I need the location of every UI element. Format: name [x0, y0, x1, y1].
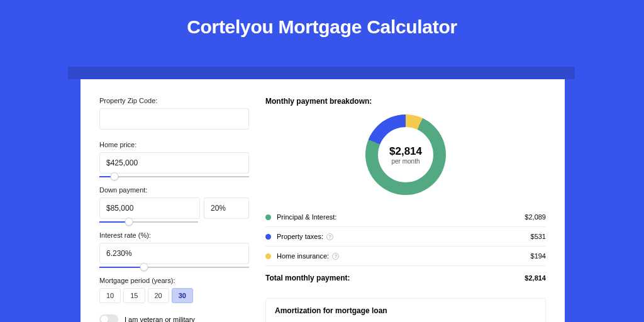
donut-center-value: $2,814: [389, 145, 422, 158]
zip-group: Property Zip Code:: [99, 97, 249, 132]
period-option-10[interactable]: 10: [99, 288, 121, 303]
legend: Principal & Interest: $2,089 Property ta…: [265, 208, 546, 288]
legend-row-total: Total monthly payment: $2,814: [265, 266, 546, 288]
down-payment-group: Down payment:: [99, 186, 249, 223]
down-payment-slider-thumb[interactable]: [125, 218, 133, 226]
legend-value-principal: $2,089: [525, 213, 546, 221]
legend-dot-green-icon: [265, 214, 271, 220]
period-option-20[interactable]: 20: [148, 288, 169, 303]
period-group: Mortgage period (years): 10 15 20 30: [99, 277, 249, 303]
down-payment-slider[interactable]: [99, 221, 198, 223]
interest-group: Interest rate (%):: [99, 231, 249, 268]
legend-dot-yellow-icon: [265, 253, 271, 259]
down-payment-input[interactable]: [99, 197, 200, 219]
home-price-group: Home price:: [99, 141, 249, 177]
interest-slider-fill: [99, 267, 144, 268]
page-title: Cortelyou Mortgage Calculator: [0, 0, 644, 52]
legend-row-taxes: Property taxes: ? $531: [265, 227, 546, 247]
interest-slider-thumb[interactable]: [140, 263, 148, 271]
down-payment-label: Down payment:: [99, 186, 249, 194]
veteran-label: I am veteran or military: [125, 316, 195, 322]
legend-value-insurance: $194: [531, 252, 546, 260]
period-label: Mortgage period (years):: [99, 277, 249, 284]
home-price-label: Home price:: [99, 141, 249, 148]
period-options: 10 15 20 30: [99, 288, 249, 303]
legend-dot-blue-icon: [265, 234, 271, 240]
home-price-slider-thumb[interactable]: [110, 172, 118, 180]
interest-label: Interest rate (%):: [99, 231, 249, 239]
veteran-toggle[interactable]: [99, 314, 118, 322]
amortization-title: Amortization for mortgage loan: [275, 306, 536, 315]
legend-label-insurance: Home insurance: ?: [277, 252, 531, 260]
breakdown-column: Monthly payment breakdown: $2,814 per mo…: [265, 97, 546, 322]
home-price-input[interactable]: [99, 152, 249, 174]
legend-label-total: Total monthly payment:: [265, 274, 525, 282]
zip-input[interactable]: [99, 108, 249, 130]
donut-center-sub: per month: [391, 158, 419, 165]
legend-label-taxes-text: Property taxes:: [277, 233, 323, 240]
legend-label-principal: Principal & Interest:: [277, 213, 525, 221]
legend-label-insurance-text: Home insurance:: [277, 252, 329, 260]
home-price-slider[interactable]: [99, 176, 249, 177]
help-icon[interactable]: ?: [332, 253, 339, 260]
legend-value-taxes: $531: [531, 233, 546, 240]
legend-label-taxes: Property taxes: ?: [277, 233, 531, 240]
donut-chart-wrap: $2,814 per month: [265, 114, 546, 195]
veteran-row: I am veteran or military: [99, 314, 249, 322]
legend-row-principal: Principal & Interest: $2,089: [265, 208, 546, 227]
period-option-30[interactable]: 30: [172, 288, 193, 303]
legend-row-insurance: Home insurance: ? $194: [265, 247, 546, 266]
period-option-15[interactable]: 15: [123, 288, 145, 303]
donut-center: $2,814 per month: [365, 114, 446, 195]
calculator-card: Property Zip Code: Home price: Down paym…: [80, 79, 565, 322]
breakdown-title: Monthly payment breakdown:: [265, 97, 546, 106]
down-payment-pct-input[interactable]: [204, 197, 249, 219]
help-icon[interactable]: ?: [326, 233, 333, 240]
interest-input[interactable]: [99, 243, 249, 264]
donut-chart: $2,814 per month: [365, 114, 446, 195]
form-column: Property Zip Code: Home price: Down paym…: [99, 97, 249, 322]
zip-label: Property Zip Code:: [99, 97, 249, 104]
header-banner: [68, 67, 575, 79]
amortization-card: Amortization for mortgage loan Amortizat…: [265, 298, 546, 322]
legend-value-total: $2,814: [525, 274, 546, 282]
interest-slider[interactable]: [99, 267, 249, 268]
veteran-toggle-knob: [101, 316, 108, 322]
